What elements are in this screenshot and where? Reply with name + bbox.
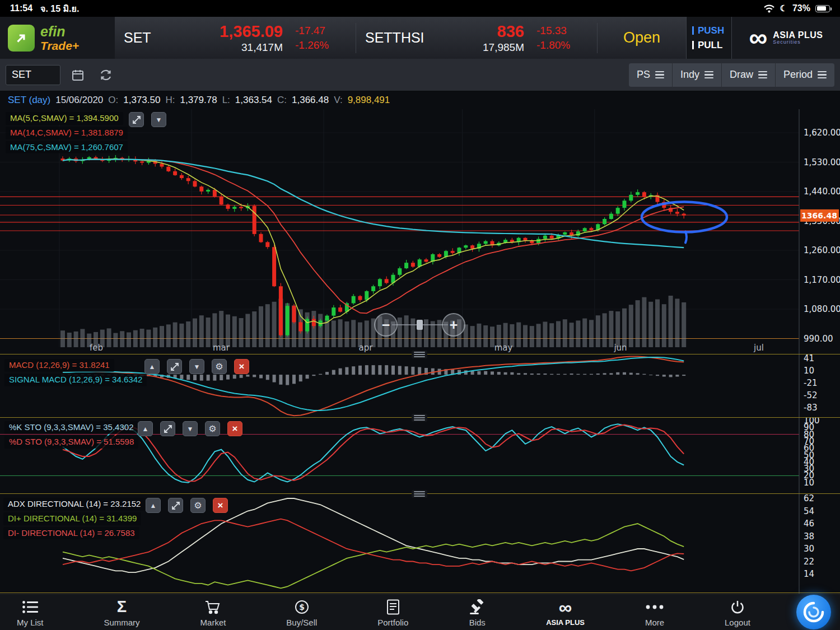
do-not-disturb-moon-icon: ☾ (780, 3, 787, 13)
svg-text:10: 10 (804, 478, 814, 488)
ma-legend-line-1: MA(14,C,SMAV) = 1,381.8879 (6, 127, 128, 139)
nav-asia-plus[interactable]: ∞ASIA PLUS (546, 598, 585, 627)
pull-indicator[interactable]: PULL (692, 40, 726, 51)
pull-label: PULL (698, 40, 722, 51)
nav-buy-sell[interactable]: $Buy/Sell (286, 598, 317, 627)
macd-expand-button[interactable] (167, 359, 182, 374)
refresh-button[interactable] (95, 64, 116, 86)
svg-text:-21: -21 (804, 378, 818, 388)
set-change-pct: -1.26% (295, 38, 329, 53)
adx-up-button[interactable]: ▲ (146, 498, 161, 513)
svg-text:38: 38 (804, 531, 814, 542)
nav-my-list[interactable]: My List (17, 598, 44, 627)
doc-icon (386, 598, 400, 617)
toolbar-draw-button[interactable]: Draw (721, 63, 775, 87)
set-index-quote[interactable]: SET 1,365.09 31,417M -17.47 -1.26% (115, 17, 356, 59)
macd-legend-line-0: MACD (12,26,9) = 31.8241 (4, 359, 114, 372)
macd-gear-button[interactable]: ⚙ (212, 359, 227, 374)
nav-label: More (645, 618, 664, 627)
sto-up-button[interactable]: ▲ (138, 421, 153, 436)
bottom-nav: My ListΣSummaryMarket$Buy/SellPortfolioB… (0, 594, 840, 630)
svg-text:1,620.00: 1,620.00 (804, 128, 840, 138)
adx-gear-button[interactable]: ⚙ (190, 498, 206, 513)
calendar-button[interactable] (67, 64, 88, 86)
nav-label: My List (17, 618, 44, 627)
svg-text:apr: apr (359, 343, 374, 353)
svg-text:1,080.00: 1,080.00 (804, 304, 840, 314)
nav-summary[interactable]: ΣSummary (104, 598, 139, 627)
adx-legend-line-2: DI- DIRECTIONAL (14) = 26.7583 (3, 527, 139, 540)
main-expand-button[interactable] (129, 112, 144, 127)
status-date: จ. 15 มิ.ย. (40, 2, 79, 16)
panel-drag-handle[interactable] (412, 351, 427, 358)
push-indicator[interactable]: PUSH (692, 25, 726, 36)
assistant-swirl-button[interactable] (796, 595, 831, 629)
main-down-button[interactable]: ▼ (151, 112, 166, 127)
nav-bids[interactable]: Bids (469, 598, 486, 627)
toolbar-button-label: Indy (680, 69, 699, 81)
broker-logo: ∞ ASIA PLUS Securities (732, 17, 840, 59)
push-pull-toggle[interactable]: PUSH PULL (686, 17, 732, 59)
svg-text:10: 10 (804, 366, 814, 376)
svg-text:990.00: 990.00 (804, 334, 833, 344)
sto-down-button[interactable]: ▼ (183, 421, 198, 436)
svg-text:1366.48: 1366.48 (801, 211, 837, 220)
adx-legend: ADX DIRECTIONAL (14) = 23.2152DI+ DIRECT… (3, 498, 145, 541)
adx-panel-buttons: ▲⚙× (146, 498, 235, 513)
menu-icon (655, 71, 664, 79)
sto-close-button[interactable]: × (227, 421, 242, 436)
adx-close-button[interactable]: × (213, 498, 228, 513)
svg-text:54: 54 (804, 506, 814, 516)
nav-logout[interactable]: Logout (725, 598, 750, 627)
set-name: SET (124, 30, 151, 46)
push-label: PUSH (698, 25, 724, 36)
zoom-slider-handle[interactable] (417, 320, 423, 330)
dots-icon (645, 598, 664, 617)
sto-legend: %K STO (9,3,3,SMAV) = 35.4302%D STO (9,3… (4, 421, 138, 450)
menu-icon (758, 71, 767, 79)
zoom-in-button[interactable]: + (442, 313, 465, 337)
nav-label: Logout (725, 618, 750, 627)
sto-gear-button[interactable]: ⚙ (205, 421, 220, 436)
toolbar-period-button[interactable]: Period (775, 63, 834, 87)
infinity-icon: ∞ (559, 598, 572, 617)
panel-drag-handle[interactable] (412, 414, 427, 422)
panel-drag-handle[interactable] (412, 490, 427, 498)
open-value: 1,373.50 (123, 95, 160, 106)
zoom-out-button[interactable]: − (374, 313, 398, 337)
app-logo[interactable]: efin Trade+ (0, 17, 115, 59)
nav-label: Buy/Sell (286, 618, 317, 627)
svg-text:may: may (494, 343, 513, 353)
macd-up-button[interactable]: ▲ (144, 359, 160, 374)
setthsi-index-quote[interactable]: SETTHSI 836 17,985M -15.33 -1.80% (356, 17, 597, 59)
symbol-input[interactable]: SET (6, 65, 60, 85)
nav-more[interactable]: More (645, 598, 664, 627)
nav-market[interactable]: Market (200, 598, 226, 627)
sigma-icon: Σ (117, 598, 127, 617)
nav-label: Market (200, 618, 226, 627)
nav-portfolio[interactable]: Portfolio (377, 598, 408, 627)
screen: 11:54 จ. 15 มิ.ย. ☾ 73% (0, 0, 840, 630)
setthsi-name: SETTHSI (365, 30, 424, 46)
toolbar-indy-button[interactable]: Indy (672, 63, 721, 87)
open-label: O: (108, 95, 118, 106)
macd-close-button[interactable]: × (234, 359, 249, 374)
ma-legend-line-0: MA(5,C,SMAV) = 1,394.5900 (6, 112, 123, 125)
toolbar-ps-button[interactable]: PS (629, 63, 672, 87)
svg-text:22: 22 (804, 557, 814, 567)
volume-label: V: (334, 95, 342, 106)
ma-legend-line-2: MA(75,C,SMAV) = 1,260.7607 (6, 141, 128, 154)
svg-text:46: 46 (804, 519, 814, 529)
market-status: Open (623, 29, 660, 46)
svg-text:-83: -83 (804, 403, 818, 413)
power-icon (730, 598, 745, 617)
svg-text:41: 41 (804, 354, 814, 363)
adx-expand-button[interactable] (168, 498, 183, 513)
sto-legend-line-1: %D STO (9,3,3,SMAV) = 51.5598 (4, 436, 138, 449)
macd-legend: MACD (12,26,9) = 31.8241SIGNAL MACD (12,… (4, 359, 147, 388)
macd-down-button[interactable]: ▼ (189, 359, 204, 374)
high-label: H: (165, 95, 175, 106)
cart-icon (204, 598, 221, 617)
sto-expand-button[interactable] (160, 421, 175, 436)
svg-text:mar: mar (213, 343, 230, 353)
